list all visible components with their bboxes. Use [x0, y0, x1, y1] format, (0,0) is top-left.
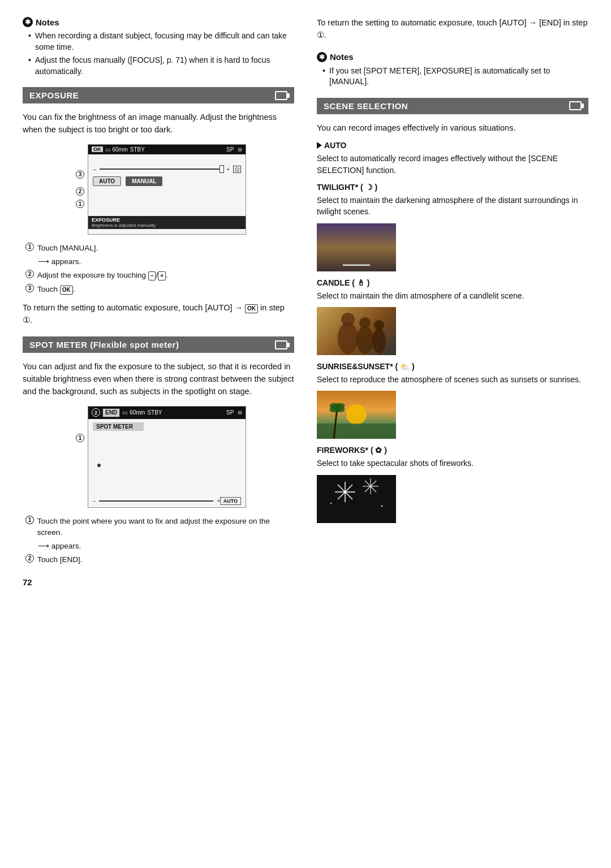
spot-step1-instruction: 1 Touch the point where you want to fix …	[25, 516, 294, 539]
svg-point-5	[374, 320, 384, 330]
page-layout: ✱ Notes When recording a distant subject…	[23, 17, 588, 587]
svg-point-1	[341, 313, 355, 326]
spot-top-right: SP ⊖	[226, 409, 242, 416]
cam-label-bar: EXPOSURE Brightness is adjusted manually…	[88, 216, 246, 229]
auto-badge: AUTO	[220, 497, 241, 505]
minus-symbol: –	[93, 166, 96, 172]
candle-title: CANDLE ( 🕯 )	[317, 278, 369, 287]
candle-title-row: CANDLE ( 🕯 )	[317, 278, 588, 287]
step1-num: 1	[25, 243, 34, 251]
time-label: 60min	[113, 146, 128, 153]
twilight-title: TWILIGHT* ( ☽ )	[317, 183, 377, 192]
spot-step2-text: Touch [END].	[37, 554, 83, 565]
step1-text: Touch [MANUAL].	[37, 243, 98, 254]
spot-step1b-instruction: ⟶ appears.	[25, 541, 294, 552]
slider-line	[100, 169, 223, 170]
notes-title-right: ✱ Notes	[317, 52, 588, 62]
step1-label: 1	[76, 200, 84, 208]
spot-step1-text: Touch the point where you want to fix an…	[37, 516, 294, 539]
step1-instruction: 1 Touch [MANUAL].	[25, 243, 294, 254]
candle-body: Select to maintain the dim atmosphere of…	[317, 290, 588, 301]
step1b-instruction: ⟶ appears.	[25, 256, 294, 267]
spot-dot	[97, 464, 101, 467]
fireworks-title-row: FIREWORKS* ( ✿ )	[317, 446, 588, 455]
spot-step1-num: 1	[25, 516, 34, 524]
spot-battery: ▭	[122, 409, 127, 416]
auto-body: Select to automatically record images ef…	[317, 153, 588, 176]
auto-title: AUTO	[324, 141, 346, 150]
cam-top-right: SP ⊖	[226, 146, 242, 153]
svg-rect-7	[317, 424, 396, 439]
step3-label: 3	[76, 170, 84, 179]
spot-slider	[99, 500, 213, 502]
spot-bottom-bar: – + AUTO	[93, 497, 241, 505]
cam-top-bar: OK ▭ 60min STBY SP ⊖	[88, 145, 246, 154]
svg-line-16	[338, 492, 345, 499]
svg-line-12	[345, 485, 352, 492]
step3-num: 3	[25, 284, 34, 292]
page-number: 72	[23, 577, 294, 587]
minus-icon: –	[148, 271, 156, 280]
ok-badge: OK	[92, 146, 103, 152]
svg-line-22	[371, 486, 376, 492]
step3-instruction: 3 Touch OK.	[25, 284, 294, 295]
notes-icon-right: ✱	[317, 52, 327, 62]
spot-meter-body: You can adjust and fix the exposure to t…	[23, 361, 294, 398]
spot-screen: 2 END ▭ 60min STBY SP ⊖ SPOT METER	[88, 406, 246, 508]
twilight-img-label: ▬▬▬▬▬▬	[317, 262, 396, 267]
spot-minus: –	[93, 498, 96, 504]
sunrise-svg	[317, 391, 396, 439]
btn-row: AUTO MANUAL	[93, 176, 241, 186]
fireworks-body: Select to take spectacular shots of fire…	[317, 457, 588, 469]
spot-step2-instruction: 2 Touch [END].	[25, 554, 294, 565]
candle-image	[317, 307, 396, 355]
svg-line-24	[365, 486, 371, 492]
svg-point-2	[356, 326, 373, 353]
svg-line-26	[365, 481, 371, 486]
exposure-header-icon	[275, 91, 287, 100]
fireworks-svg	[317, 475, 396, 523]
step2-text: Adjust the exposure by touching –/+.	[37, 270, 168, 281]
manual-btn[interactable]: MANUAL	[126, 176, 162, 186]
candle-svg	[317, 307, 396, 355]
exposure-screen: OK ▭ 60min STBY SP ⊖ 3	[88, 144, 246, 235]
svg-point-4	[372, 329, 386, 353]
svg-point-3	[359, 317, 371, 329]
exposure-steps: 1 Touch [MANUAL]. ⟶ appears. 2 Adjust th…	[23, 243, 294, 295]
step2-num: 2	[25, 270, 34, 278]
notes-item-1: When recording a distant subject, focusi…	[28, 31, 294, 53]
twilight-image: ▬▬▬▬▬▬	[317, 223, 396, 271]
spot-meter-label: SPOT METER	[93, 422, 144, 431]
svg-point-28	[369, 485, 372, 487]
ok-return-inline: OK	[245, 304, 258, 313]
sunrise-image	[317, 391, 396, 439]
plus-icon: +	[158, 271, 166, 280]
right-return-text: To return the setting to automatic expos…	[317, 17, 588, 42]
right-column: To return the setting to automatic expos…	[317, 17, 588, 587]
spot-top-left: 2 END ▭ 60min STBY	[92, 408, 162, 417]
spot-sp: SP	[226, 409, 234, 416]
twilight-title-row: TWILIGHT* ( ☽ )	[317, 183, 588, 192]
sunrise-title: SUNRISE&SUNSET* ( ⛅ )	[317, 362, 415, 371]
svg-line-14	[345, 492, 352, 499]
fireworks-title: FIREWORKS* ( ✿ )	[317, 446, 387, 455]
auto-btn[interactable]: AUTO	[93, 176, 121, 186]
auto-triangle	[317, 142, 322, 149]
spot-top-bar: 2 END ▭ 60min STBY SP ⊖	[88, 407, 246, 419]
exposure-body: You can fix the brightness of an image m…	[23, 111, 294, 136]
exposure-label: EXPOSURE	[92, 217, 242, 223]
cam-top-bar-left: OK ▭ 60min STBY	[92, 146, 145, 153]
step3-text: Touch OK.	[37, 284, 75, 295]
sunrise-body: Select to reproduce the atmosphere of sc…	[317, 374, 588, 385]
notes-icon-top: ✱	[23, 17, 33, 27]
scene-intro: You can record images effectively in var…	[317, 122, 588, 135]
right-notes-item-1: If you set [SPOT METER], [EXPOSURE] is a…	[322, 66, 588, 88]
cam-body: 3 2 1 – + ⊡	[88, 154, 246, 229]
sunrise-title-row: SUNRISE&SUNSET* ( ⛅ )	[317, 362, 588, 371]
svg-point-29	[330, 502, 332, 504]
handle-box: ⊡	[233, 166, 241, 173]
slider-handle	[220, 165, 224, 173]
left-column: ✱ Notes When recording a distant subject…	[23, 17, 294, 587]
svg-point-0	[338, 322, 358, 354]
twilight-body: Select to maintain the darkening atmosph…	[317, 195, 588, 218]
